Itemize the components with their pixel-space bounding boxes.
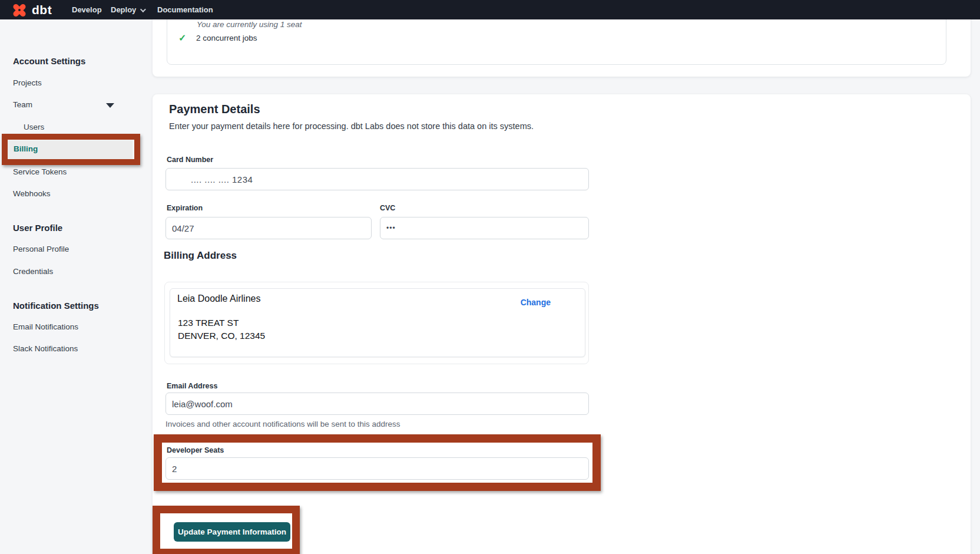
sidebar-item-credentials[interactable]: Credentials — [13, 267, 53, 276]
top-nav: dbt Develop Deploy Documentation MWong L… — [0, 0, 980, 19]
sidebar-item-slack-notifications[interactable]: Slack Notifications — [13, 344, 78, 353]
nav-item-deploy[interactable]: Deploy — [111, 5, 144, 14]
update-payment-information-button[interactable]: Update Payment Information — [174, 522, 290, 542]
billing-address-line2: DENVER, CO, 12345 — [178, 331, 265, 341]
card-number-input[interactable] — [165, 168, 589, 190]
sidebar-billing-label: Billing — [14, 144, 38, 153]
concurrent-jobs-text: 2 concurrent jobs — [196, 34, 257, 42]
dbt-logo-text: dbt — [32, 3, 52, 17]
sidebar: Account Settings Projects Team Users Bil… — [0, 19, 140, 554]
expiration-label: Expiration — [167, 204, 203, 212]
sidebar-heading-account-settings: Account Settings — [13, 56, 85, 66]
payment-details-subtitle: Enter your payment details here for proc… — [169, 121, 534, 131]
sidebar-item-email-notifications[interactable]: Email Notifications — [13, 322, 78, 331]
email-helper-text: Invoices and other account notifications… — [165, 420, 400, 428]
developer-seats-input[interactable] — [165, 457, 589, 480]
sidebar-team-label: Team — [13, 100, 32, 109]
email-address-label: Email Address — [167, 382, 217, 390]
billing-address-box: Leia Doodle Airlines Change 123 TREAT ST… — [164, 282, 589, 364]
card-number-label: Card Number — [167, 156, 213, 164]
sidebar-item-billing[interactable]: Billing — [8, 140, 133, 159]
seats-panel: You are currently using 1 seat ✓ 2 concu… — [167, 14, 946, 65]
billing-settings-page: dbt Develop Deploy Documentation MWong L… — [0, 0, 980, 554]
check-icon: ✓ — [178, 32, 186, 44]
billing-address-name: Leia Doodle Airlines — [177, 294, 260, 304]
developer-seats-label: Developer Seats — [167, 446, 224, 454]
payment-details-card: Payment Details Enter your payment detai… — [153, 94, 971, 554]
sidebar-item-projects[interactable]: Projects — [13, 78, 42, 87]
billing-address-line1: 123 TREAT ST — [178, 318, 239, 328]
billing-address-panel: Leia Doodle Airlines Change 123 TREAT ST… — [170, 288, 585, 357]
payment-details-title: Payment Details — [169, 103, 260, 116]
expiration-input[interactable] — [165, 217, 372, 239]
nav-deploy-label: Deploy — [111, 5, 136, 14]
billing-address-title: Billing Address — [164, 250, 237, 262]
nav-item-develop[interactable]: Develop — [72, 5, 102, 14]
cvc-label: CVC — [380, 204, 395, 212]
dbt-logo[interactable]: dbt — [12, 2, 66, 18]
cvc-input[interactable] — [380, 217, 589, 239]
chevron-down-icon — [140, 6, 146, 12]
sidebar-item-personal-profile[interactable]: Personal Profile — [13, 245, 69, 253]
sidebar-item-service-tokens[interactable]: Service Tokens — [13, 167, 67, 176]
caret-down-icon — [106, 103, 114, 108]
seat-usage-note: You are currently using 1 seat — [197, 20, 302, 29]
sidebar-heading-notification-settings: Notification Settings — [13, 301, 99, 311]
dbt-logo-icon — [12, 2, 27, 18]
sidebar-item-team[interactable]: Team — [13, 100, 131, 109]
sidebar-item-users[interactable]: Users — [24, 123, 44, 131]
change-address-link[interactable]: Change — [521, 298, 551, 307]
nav-item-documentation[interactable]: Documentation — [157, 5, 213, 14]
email-address-input[interactable] — [165, 393, 589, 415]
sidebar-item-webhooks[interactable]: Webhooks — [13, 189, 51, 198]
sidebar-heading-user-profile: User Profile — [13, 223, 62, 233]
